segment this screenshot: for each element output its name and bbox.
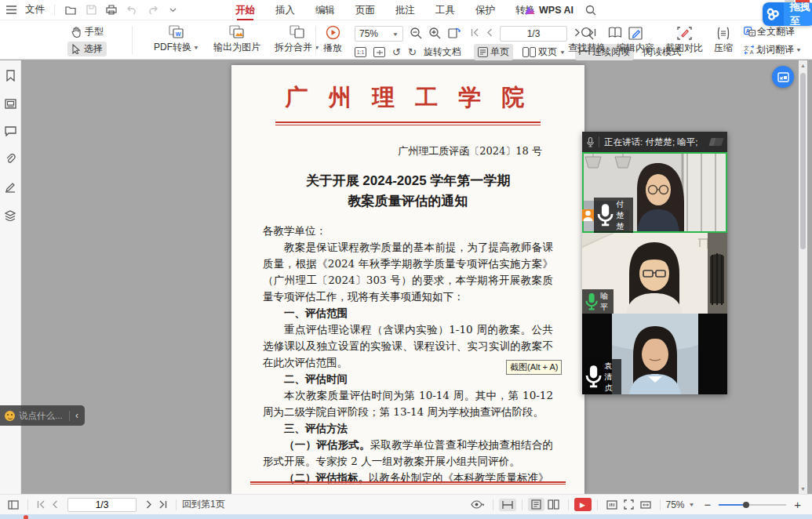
fit-width-button[interactable]: [637, 499, 654, 511]
zoom-dropdown-caret[interactable]: ▼: [689, 502, 695, 507]
emoji-icon[interactable]: [5, 411, 15, 421]
page-number-input[interactable]: [67, 498, 137, 512]
tab-wps-ai[interactable]: WPS AI: [524, 0, 573, 20]
redo-icon[interactable]: [146, 4, 158, 16]
compress-button[interactable]: 压缩: [714, 27, 733, 55]
save-icon[interactable]: [85, 4, 97, 16]
video-meeting-panel[interactable]: 正在讲话: 付楚楚; 喻平; 付楚楚: [582, 132, 727, 394]
zoom-slider[interactable]: [719, 499, 786, 510]
divider: [660, 499, 661, 510]
participant-name: 付楚楚: [616, 199, 628, 232]
first-page-button[interactable]: [34, 499, 49, 510]
video-tile-participant-3[interactable]: 袁清贞: [582, 314, 727, 394]
video-tile-speaker-1[interactable]: 付楚楚: [582, 152, 727, 233]
export-as-image-button[interactable]: 输出为图片: [213, 25, 260, 54]
last-page-button[interactable]: [155, 499, 170, 510]
undo-icon[interactable]: [126, 4, 138, 16]
scroll-up-icon[interactable]: ▲: [799, 61, 807, 70]
play-button[interactable]: ▶: [574, 498, 592, 511]
tab-insert[interactable]: 插入: [275, 0, 295, 20]
tab-tools[interactable]: 工具: [435, 0, 455, 20]
layers-icon[interactable]: [5, 210, 16, 221]
hamburger-menu-icon[interactable]: [5, 4, 17, 16]
actual-size-button[interactable]: [603, 499, 621, 511]
pdf-convert-button[interactable]: W PDF转换▼: [154, 25, 199, 54]
fit-page-button[interactable]: [621, 498, 637, 511]
signature-icon[interactable]: [5, 182, 16, 193]
search-icon[interactable]: [584, 4, 597, 16]
salutation: 各教学单位：: [263, 223, 553, 239]
file-menu[interactable]: 文件: [25, 3, 45, 16]
double-page-mode-button[interactable]: 双页▼: [519, 44, 570, 60]
continuous-read-toggle[interactable]: [499, 499, 516, 511]
find-replace-button[interactable]: 查找替换: [568, 27, 606, 55]
double-page-toggle[interactable]: [544, 498, 563, 511]
page-number-input[interactable]: [500, 26, 567, 42]
collapse-chat-button[interactable]: ‹: [74, 410, 80, 421]
meeting-header[interactable]: 正在讲话: 付楚楚; 喻平;: [582, 132, 727, 152]
drag-to-window-button[interactable]: 拖拽至: [763, 2, 812, 26]
restore-pages-button[interactable]: [447, 27, 461, 42]
left-sidebar: [0, 60, 21, 494]
single-page-toggle[interactable]: [528, 498, 544, 511]
rotate-document-button[interactable]: 旋转文档: [424, 45, 461, 59]
sidebar-toggle-icon[interactable]: [5, 499, 22, 511]
hand-tool-button[interactable]: 手型: [67, 24, 107, 39]
tab-comment[interactable]: 批注: [395, 0, 415, 20]
bookmark-icon[interactable]: [5, 70, 16, 82]
vertical-scrollbar[interactable]: ▲ ▼: [799, 60, 807, 494]
select-tool-button[interactable]: 选择: [67, 42, 107, 56]
zoom-in-button[interactable]: [428, 27, 441, 42]
zoom-percentage[interactable]: 75%: [666, 499, 685, 510]
drag-to-label: 拖拽至: [784, 2, 812, 26]
back-to-first-page-button[interactable]: 回到第1页: [182, 498, 225, 511]
scrollbar-thumb[interactable]: [800, 73, 806, 249]
actual-size-button[interactable]: 1:1: [355, 47, 366, 57]
find-replace-icon: [581, 27, 594, 40]
zoom-level-select[interactable]: 75%▼: [355, 26, 403, 42]
rotate-left-button[interactable]: ↺: [392, 46, 401, 58]
wps-ai-icon: [524, 5, 535, 15]
next-page-button[interactable]: [143, 499, 155, 510]
scroll-down-icon[interactable]: ▼: [799, 485, 807, 493]
chat-input-placeholder[interactable]: 说点什么...: [19, 410, 63, 422]
thumbnail-panel-icon[interactable]: [5, 99, 16, 109]
zoom-out-button[interactable]: [410, 27, 422, 42]
full-translate-button[interactable]: A文 全文翻译: [744, 25, 795, 38]
more-commands-chevron-icon[interactable]: [166, 4, 179, 16]
attachment-icon[interactable]: [5, 154, 16, 165]
document-number: 广州理工质评函〔2024〕18 号: [263, 144, 542, 158]
microphone-icon: [597, 203, 614, 227]
pdf-page[interactable]: 广 州 理 工 学 院 广州理工质评函〔2024〕18 号 关于开展 2024-…: [231, 65, 584, 494]
zoom-out-button[interactable]: −: [701, 498, 714, 511]
screenshot-compare-button[interactable]: 截图对比: [665, 27, 703, 55]
word-translate-button[interactable]: 文A 划词翻译▼: [744, 43, 802, 56]
float-window-button[interactable]: [772, 66, 794, 88]
tab-protect[interactable]: 保护: [475, 0, 495, 20]
first-page-button[interactable]: [471, 28, 479, 39]
zoom-in-button[interactable]: +: [791, 498, 804, 511]
print-icon[interactable]: [105, 4, 118, 16]
ribbon-tabs: 开始 插入 编辑 页面 批注 工具 保护 转换: [235, 0, 535, 20]
speaking-status: 正在讲话: 付楚楚; 喻平;: [604, 136, 697, 148]
meeting-chat-bar[interactable]: 说点什么... ‹: [0, 405, 85, 426]
fit-page-button[interactable]: [373, 47, 385, 57]
view-options-button[interactable]: [468, 499, 487, 510]
edit-content-button[interactable]: 编辑内容: [617, 27, 654, 55]
tab-home[interactable]: 开始: [235, 0, 255, 20]
single-page-mode-button[interactable]: 单页: [474, 44, 513, 60]
open-folder-icon[interactable]: [64, 4, 77, 16]
split-merge-button[interactable]: 拆分合并▼: [275, 25, 320, 54]
prev-page-button[interactable]: [486, 28, 493, 39]
svg-text:文: 文: [750, 31, 755, 36]
microphone-icon: [585, 365, 602, 388]
video-tile-participant-2[interactable]: 喻平: [582, 233, 727, 314]
tab-page[interactable]: 页面: [355, 0, 375, 20]
taskbar-sliver: [0, 514, 812, 519]
zoom-slider-knob[interactable]: [743, 502, 749, 508]
rotate-right-button[interactable]: ↻: [408, 46, 417, 58]
play-slideshow-button[interactable]: 播放: [323, 25, 342, 55]
tab-edit[interactable]: 编辑: [315, 0, 335, 20]
comment-panel-icon[interactable]: [5, 126, 16, 136]
prev-page-button[interactable]: [49, 499, 61, 510]
